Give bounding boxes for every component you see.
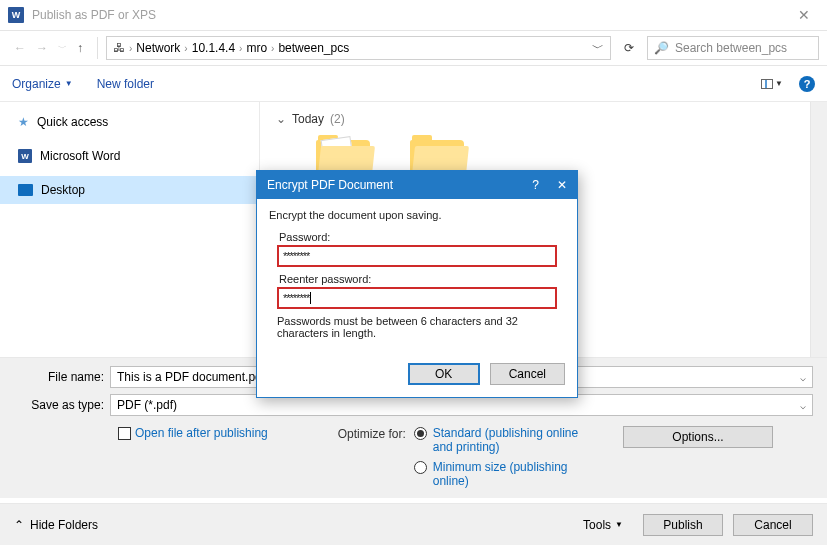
open-after-checkbox[interactable]: Open file after publishing: [118, 426, 268, 440]
window-title: Publish as PDF or XPS: [32, 8, 156, 22]
search-placeholder: Search between_pcs: [675, 41, 787, 55]
nav-recent-dropdown[interactable]: ﹀: [58, 42, 67, 55]
chevron-down-icon[interactable]: ⌵: [800, 372, 806, 383]
group-header[interactable]: ⌄ Today (2): [276, 112, 811, 126]
nav-up-icon[interactable]: ↑: [77, 41, 83, 55]
sidebar: ★ Quick access W Microsoft Word Desktop: [0, 102, 260, 357]
publish-button[interactable]: Publish: [643, 514, 723, 536]
refresh-button[interactable]: ⟳: [615, 36, 643, 60]
password-input[interactable]: ********: [277, 245, 557, 267]
network-icon: 🖧: [113, 41, 125, 55]
nav-forward-icon[interactable]: →: [36, 41, 48, 55]
sidebar-item-quick-access[interactable]: ★ Quick access: [0, 108, 259, 136]
chevron-down-icon: ⌄: [276, 112, 286, 126]
radio-standard-label: Standard (publishing online and printing…: [433, 426, 593, 454]
vertical-scrollbar[interactable]: [810, 102, 827, 357]
organize-menu[interactable]: Organize▼: [12, 77, 73, 91]
footer: ⌃ Hide Folders Tools▼ Publish Cancel: [0, 503, 827, 545]
radio-standard[interactable]: Standard (publishing online and printing…: [414, 426, 593, 454]
savetype-label: Save as type:: [14, 398, 110, 412]
checkbox-icon: [118, 427, 131, 440]
toolbar: Organize▼ New folder ▼ ?: [0, 66, 827, 102]
star-icon: ★: [18, 115, 29, 129]
search-input[interactable]: 🔍 Search between_pcs: [647, 36, 819, 60]
dialog-intro: Encrypt the document upon saving.: [269, 209, 565, 221]
nav-bar: ← → ﹀ ↑ 🖧 › Network › 10.1.4.4 › mro › b…: [0, 30, 827, 66]
nav-back-icon[interactable]: ←: [14, 41, 26, 55]
optimize-label: Optimize for:: [338, 426, 406, 488]
radio-minimum-label: Minimum size (publishing online): [433, 460, 593, 488]
hide-folders-button[interactable]: ⌃ Hide Folders: [14, 518, 98, 532]
bc-seg[interactable]: between_pcs: [278, 41, 349, 55]
word-icon: W: [18, 149, 32, 163]
desktop-icon: [18, 184, 33, 196]
bc-seg[interactable]: Network: [136, 41, 180, 55]
dialog-help-icon[interactable]: ?: [532, 178, 539, 192]
radio-icon: [414, 427, 427, 440]
bc-seg[interactable]: mro: [246, 41, 267, 55]
radio-minimum[interactable]: Minimum size (publishing online): [414, 460, 593, 488]
password-hint: Passwords must be between 6 characters a…: [277, 315, 557, 339]
bc-seg[interactable]: 10.1.4.4: [192, 41, 235, 55]
sidebar-item-desktop[interactable]: Desktop: [0, 176, 259, 204]
text-caret: [310, 292, 311, 304]
dialog-ok-button[interactable]: OK: [408, 363, 480, 385]
sidebar-item-word[interactable]: W Microsoft Word: [0, 142, 259, 170]
word-app-icon: W: [8, 7, 24, 23]
chevron-down-icon[interactable]: ⌵: [800, 400, 806, 411]
sidebar-item-label: Desktop: [41, 183, 85, 197]
filename-value: This is a PDF document.pdf: [117, 370, 265, 384]
group-count: (2): [330, 112, 345, 126]
new-folder-button[interactable]: New folder: [97, 77, 154, 91]
sidebar-item-label: Quick access: [37, 115, 108, 129]
titlebar: W Publish as PDF or XPS ✕: [0, 0, 827, 30]
sidebar-item-label: Microsoft Word: [40, 149, 120, 163]
breadcrumb-dropdown-icon[interactable]: ﹀: [592, 40, 604, 57]
dialog-titlebar[interactable]: Encrypt PDF Document ? ✕: [257, 171, 577, 199]
savetype-value: PDF (*.pdf): [117, 398, 177, 412]
breadcrumb[interactable]: 🖧 › Network › 10.1.4.4 › mro › between_p…: [106, 36, 611, 60]
options-button[interactable]: Options...: [623, 426, 773, 448]
password-label: Password:: [279, 231, 565, 243]
reenter-input[interactable]: ********: [277, 287, 557, 309]
filename-label: File name:: [14, 370, 110, 384]
tools-menu[interactable]: Tools▼: [583, 518, 623, 532]
dialog-cancel-button[interactable]: Cancel: [490, 363, 565, 385]
dialog-close-icon[interactable]: ✕: [557, 178, 567, 192]
help-icon[interactable]: ?: [799, 76, 815, 92]
chevron-up-icon: ⌃: [14, 518, 24, 532]
hide-folders-label: Hide Folders: [30, 518, 98, 532]
search-icon: 🔍: [654, 41, 669, 55]
radio-icon: [414, 461, 427, 474]
encrypt-dialog: Encrypt PDF Document ? ✕ Encrypt the doc…: [256, 170, 578, 398]
dialog-title: Encrypt PDF Document: [267, 178, 393, 192]
group-label: Today: [292, 112, 324, 126]
window-close-button[interactable]: ✕: [781, 0, 827, 30]
view-options-button[interactable]: ▼: [761, 79, 783, 89]
open-after-label: Open file after publishing: [135, 426, 268, 440]
cancel-button[interactable]: Cancel: [733, 514, 813, 536]
reenter-label: Reenter password:: [279, 273, 565, 285]
